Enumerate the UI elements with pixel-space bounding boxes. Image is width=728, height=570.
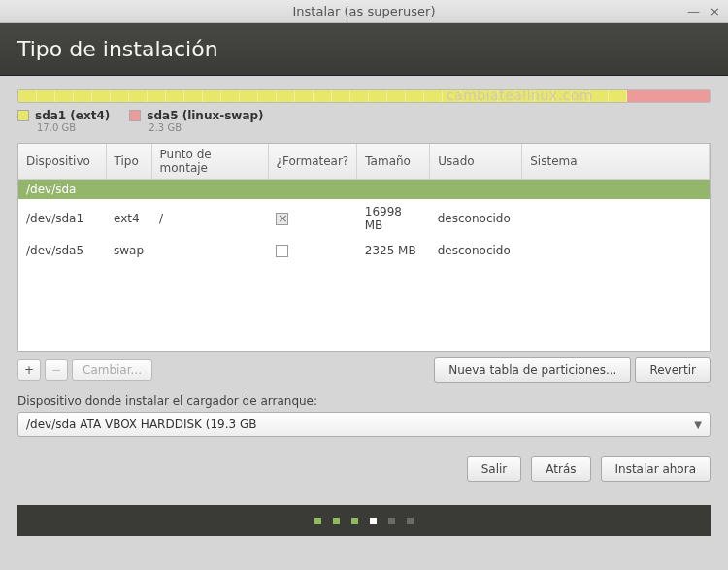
legend-size: 17.0 GB bbox=[37, 122, 110, 133]
step-dot bbox=[388, 518, 395, 524]
col-device[interactable]: Dispositivo bbox=[18, 144, 106, 180]
page-title: Tipo de instalación bbox=[17, 37, 218, 61]
cell-used: desconocido bbox=[430, 199, 522, 238]
cell-mount: / bbox=[151, 199, 268, 238]
cell-type: ext4 bbox=[106, 199, 151, 238]
partition-segment-swap[interactable] bbox=[627, 90, 710, 102]
swatch-icon bbox=[129, 110, 141, 121]
cell-size: 2325 MB bbox=[357, 238, 430, 263]
step-dot bbox=[407, 518, 414, 524]
cell-system bbox=[522, 199, 710, 238]
cell-size: 16998 MB bbox=[357, 199, 430, 238]
progress-steps bbox=[17, 505, 711, 536]
table-header-row: Dispositivo Tipo Punto de montaje ¿Forma… bbox=[18, 144, 710, 180]
back-button[interactable]: Atrás bbox=[531, 456, 590, 482]
col-size[interactable]: Tamaño bbox=[357, 144, 430, 180]
step-dot bbox=[314, 518, 321, 524]
close-icon[interactable]: × bbox=[710, 4, 720, 18]
add-partition-button[interactable]: + bbox=[17, 359, 41, 381]
new-partition-table-button[interactable]: Nueva tabla de particiones... bbox=[434, 357, 631, 383]
legend-size: 2.3 GB bbox=[149, 122, 263, 133]
device-name: /dev/sda bbox=[18, 180, 710, 200]
partition-table[interactable]: Dispositivo Tipo Punto de montaje ¿Forma… bbox=[17, 143, 711, 352]
watermark: cambiatealinux.com bbox=[447, 89, 593, 103]
install-button[interactable]: Instalar ahora bbox=[601, 456, 711, 482]
format-checkbox[interactable] bbox=[276, 213, 288, 225]
step-dot bbox=[370, 518, 377, 524]
cell-format bbox=[268, 199, 357, 238]
footer-buttons: Salir Atrás Instalar ahora bbox=[0, 437, 728, 491]
minimize-icon[interactable]: — bbox=[687, 4, 700, 18]
device-row[interactable]: /dev/sda bbox=[18, 180, 710, 200]
cell-device: /dev/sda1 bbox=[18, 199, 106, 238]
step-dot bbox=[351, 518, 358, 524]
partition-row[interactable]: /dev/sda1 ext4 / 16998 MB desconocido bbox=[18, 199, 710, 238]
partition-toolbar: + − Cambiar... Nueva tabla de particione… bbox=[17, 357, 711, 383]
window-controls: — × bbox=[687, 4, 720, 18]
revert-button[interactable]: Revertir bbox=[635, 357, 711, 383]
partition-legend: sda1 (ext4) 17.0 GB sda5 (linux-swap) 2.… bbox=[17, 109, 711, 133]
cell-system bbox=[522, 238, 710, 263]
format-checkbox[interactable] bbox=[276, 245, 288, 257]
partition-row[interactable]: /dev/sda5 swap 2325 MB desconocido bbox=[18, 238, 710, 263]
step-dot bbox=[333, 518, 340, 524]
quit-button[interactable]: Salir bbox=[467, 456, 522, 482]
col-format[interactable]: ¿Formatear? bbox=[268, 144, 357, 180]
cell-device: /dev/sda5 bbox=[18, 238, 106, 263]
col-type[interactable]: Tipo bbox=[106, 144, 151, 180]
window-title: Instalar (as superuser) bbox=[293, 4, 436, 18]
swatch-icon bbox=[17, 110, 29, 121]
disk-usage-bar[interactable]: cambiatealinux.com bbox=[17, 89, 711, 103]
cell-format bbox=[268, 238, 357, 263]
col-mount[interactable]: Punto de montaje bbox=[151, 144, 268, 180]
cell-type: swap bbox=[106, 238, 151, 263]
legend-label: sda1 (ext4) bbox=[35, 109, 110, 122]
legend-label: sda5 (linux-swap) bbox=[147, 109, 263, 122]
bootloader-value: /dev/sda ATA VBOX HARDDISK (19.3 GB bbox=[26, 418, 257, 431]
col-system[interactable]: Sistema bbox=[522, 144, 710, 180]
legend-item: sda5 (linux-swap) 2.3 GB bbox=[129, 109, 263, 133]
chevron-down-icon: ▼ bbox=[694, 419, 702, 430]
cell-used: desconocido bbox=[430, 238, 522, 263]
col-used[interactable]: Usado bbox=[430, 144, 522, 180]
bootloader-label: Dispositivo donde instalar el cargador d… bbox=[17, 394, 711, 408]
bootloader-select[interactable]: /dev/sda ATA VBOX HARDDISK (19.3 GB ▼ bbox=[17, 412, 711, 437]
titlebar: Instalar (as superuser) — × bbox=[0, 0, 728, 23]
remove-partition-button[interactable]: − bbox=[45, 359, 68, 381]
change-button[interactable]: Cambiar... bbox=[72, 359, 152, 381]
cell-mount bbox=[151, 238, 268, 263]
header: Tipo de instalación bbox=[0, 23, 728, 76]
legend-item: sda1 (ext4) 17.0 GB bbox=[17, 109, 110, 133]
